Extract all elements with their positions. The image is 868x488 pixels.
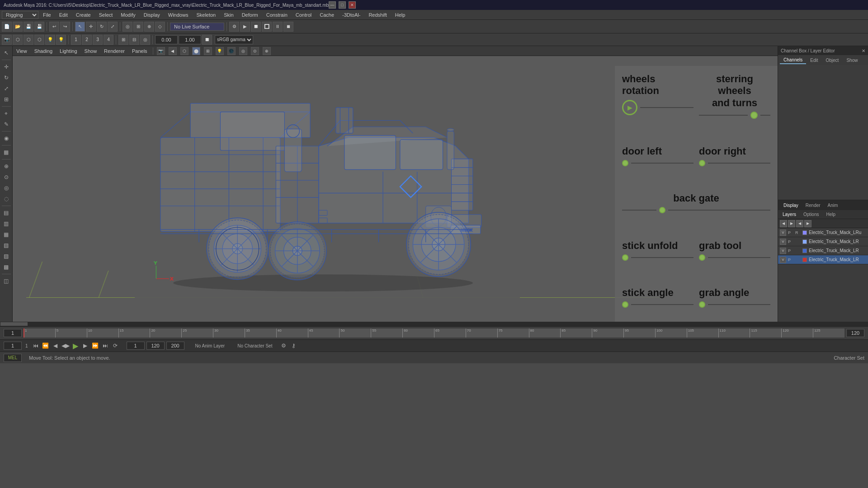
tb-save-as[interactable]: 💾	[34, 22, 44, 32]
tb2-display-all[interactable]: ⊞	[118, 35, 128, 45]
frame-input[interactable]: 1	[4, 342, 22, 350]
tb2-view4[interactable]: 4	[104, 35, 113, 45]
lc-prev2-btn[interactable]: ◀	[796, 220, 803, 227]
le-subtab-layers[interactable]: Layers	[780, 211, 799, 218]
tb2-camera[interactable]: 📷	[2, 35, 12, 45]
vp-menu-renderer[interactable]: Renderer	[102, 48, 127, 54]
tb-pause[interactable]: ⏸	[273, 22, 283, 32]
tb-rotate-tool[interactable]: ↻	[97, 22, 107, 32]
tb2-input1[interactable]: 0.00	[155, 35, 178, 44]
vp-shadow-btn[interactable]: 🌑	[227, 47, 236, 55]
rig-dot-stick-unfold[interactable]	[622, 254, 628, 261]
vp-menu-shading[interactable]: Shading	[33, 48, 54, 54]
menu-cache[interactable]: Cache	[316, 11, 338, 19]
tool-misc1[interactable]: ◫	[1, 276, 11, 286]
minimize-button[interactable]: —	[329, 1, 336, 9]
prev-frame-button[interactable]: ◀	[52, 342, 60, 350]
le-tab-anim[interactable]: Anim	[825, 202, 841, 209]
layer-vis-2[interactable]: V	[780, 239, 786, 245]
tb-undo[interactable]: ↩	[49, 22, 59, 32]
tool-layer6[interactable]: ▩	[1, 262, 11, 272]
layer-vis-3[interactable]: V	[780, 248, 786, 254]
loop-button[interactable]: ⟳	[111, 342, 119, 350]
no-live-surface-label[interactable]: No Live Surface	[170, 23, 224, 31]
tool-paint[interactable]: ✎	[1, 119, 11, 129]
tb2-isolate[interactable]: ◎	[140, 35, 150, 45]
menu-modify[interactable]: Modify	[117, 11, 139, 19]
tab-object[interactable]: Object	[822, 57, 843, 64]
le-subtab-options[interactable]: Options	[801, 211, 821, 218]
transport-settings-btn[interactable]: ⚙	[279, 342, 288, 350]
tool-show-manip[interactable]: ▦	[1, 147, 11, 157]
tb-render[interactable]: ▶	[240, 22, 250, 32]
tool-scale[interactable]: ⤢	[1, 84, 11, 94]
vp-dof-btn[interactable]: ⊙	[251, 47, 259, 55]
tab-channels[interactable]: Channels	[780, 56, 806, 64]
menu-create[interactable]: Create	[72, 11, 94, 19]
layer-row-2[interactable]: V P Electric_Truck_Mack_LR	[778, 237, 868, 246]
timeline-ruler[interactable]: 1 5 10 15 20 25 30 35 40 45 50 55 60 65 …	[24, 328, 844, 338]
step-fwd-key-button[interactable]: ⏩	[91, 342, 99, 350]
layer-scrollbar[interactable]	[0, 322, 868, 326]
menu-select[interactable]: Select	[95, 11, 117, 19]
tb-soft-select[interactable]: ◎	[123, 22, 132, 32]
rig-slider-row-back-gate[interactable]	[622, 207, 770, 213]
vp-shaded-btn[interactable]: ⬤	[192, 47, 200, 55]
layer-row-3[interactable]: V P Electric_Truck_Mack_LR	[778, 246, 868, 255]
lc-next2-btn[interactable]: ▶	[804, 220, 811, 227]
menu-control[interactable]: Control	[292, 11, 315, 19]
tb2-wire[interactable]: ⬡	[13, 35, 23, 45]
goto-start-button[interactable]: ⏮	[32, 342, 40, 350]
tb-open-scene[interactable]: 📂	[13, 22, 23, 32]
maximize-button[interactable]: □	[339, 1, 346, 9]
rig-dot-back-gate[interactable]	[659, 207, 665, 213]
range-end-input[interactable]: 120	[146, 342, 165, 350]
timeline-end-input[interactable]: 120	[846, 329, 864, 337]
layer-row-1[interactable]: V P R Electric_Truck_Mack_LRu	[778, 228, 868, 237]
tool-select[interactable]: ↖	[1, 48, 11, 58]
vp-texture-btn[interactable]: ⊞	[204, 47, 212, 55]
tb2-gamma-toggle[interactable]: 🔲	[202, 35, 212, 45]
tb2-input2[interactable]: 1.00	[179, 35, 201, 44]
range-start-input[interactable]: 1	[127, 342, 145, 350]
tb2-shaded[interactable]: ⬡	[24, 35, 33, 45]
tb-snap-point[interactable]: ⊕	[144, 22, 154, 32]
tb-render-settings[interactable]: ⚙	[229, 22, 239, 32]
rig-dot-door-right[interactable]	[699, 160, 705, 166]
next-frame-button[interactable]: ▶	[81, 342, 90, 350]
menu-display[interactable]: Display	[140, 11, 164, 19]
rig-slider-row-door-left[interactable]	[622, 160, 693, 166]
menu-file[interactable]: File	[39, 11, 55, 19]
tb-scale-tool[interactable]: ⤢	[108, 22, 118, 32]
tool-lasso[interactable]: ⌖	[1, 108, 11, 118]
range-max-input[interactable]: 200	[166, 342, 184, 350]
tool-snap[interactable]: ⊕	[1, 161, 11, 171]
tb2-display-sel[interactable]: ⊟	[129, 35, 139, 45]
menu-3dtool[interactable]: -3DtoAl-	[339, 11, 364, 19]
lc-prev-btn[interactable]: ◀	[780, 220, 787, 227]
tb2-view3[interactable]: 3	[93, 35, 103, 45]
tb-redo[interactable]: ↪	[60, 22, 70, 32]
rig-slider-row-stick-angle[interactable]	[622, 301, 693, 308]
vp-wire-btn[interactable]: ⬡	[180, 47, 189, 55]
close-panel-icon[interactable]: ✕	[862, 48, 865, 53]
tb-snap-grid[interactable]: ⊞	[133, 22, 143, 32]
rig-dot-grab-tool[interactable]	[699, 254, 705, 261]
tool-layer5[interactable]: ▨	[1, 251, 11, 261]
vp-camera-btn[interactable]: 📷	[157, 47, 165, 55]
tool-move[interactable]: ✛	[1, 62, 11, 72]
rig-play-button[interactable]: ▶	[622, 100, 637, 115]
step-back-key-button[interactable]: ⏪	[42, 342, 50, 350]
tb-save-scene[interactable]: 💾	[24, 22, 33, 32]
tab-show[interactable]: Show	[843, 57, 861, 64]
tb2-textured[interactable]: ⬡	[34, 35, 44, 45]
vp-prev-frame[interactable]: ◀	[169, 47, 177, 55]
tool-sculpt[interactable]: ◉	[1, 133, 11, 143]
rig-slider-row-wheels[interactable]: ▶	[622, 100, 693, 115]
menu-edit[interactable]: Edit	[56, 11, 71, 19]
mode-selector[interactable]: Rigging Animation Modeling Rendering	[2, 11, 38, 19]
rig-slider-row-door-right[interactable]	[699, 160, 770, 166]
layer-vis-1[interactable]: V	[780, 230, 786, 236]
tb-ipr[interactable]: 🔲	[251, 22, 261, 32]
rig-slider-row-steering[interactable]	[699, 112, 770, 119]
